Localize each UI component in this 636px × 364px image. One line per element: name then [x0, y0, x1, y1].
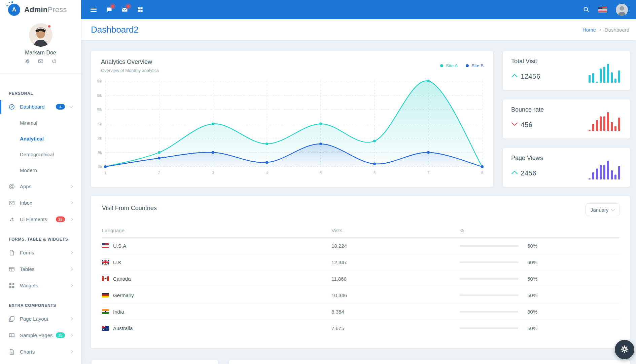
svg-text:15k: 15k: [97, 122, 102, 126]
user-avatar[interactable]: [616, 4, 628, 16]
gear-icon: [620, 345, 629, 355]
stat-card-bounce-rate: Bounce rate456: [503, 99, 630, 138]
sidebar-subitem-demographical[interactable]: Demographical: [0, 147, 81, 162]
us-flag-icon: [102, 243, 109, 248]
stat-value: 2456: [521, 169, 536, 177]
sidebar-section-label: FORMS, TABLE & WIDGETS: [0, 228, 81, 244]
speedometer-icon: [9, 104, 15, 110]
legend-item-site-b[interactable]: Site B: [466, 63, 484, 68]
sidebar-item-ui-elements[interactable]: Ui Elements25: [0, 211, 81, 228]
user-name: Markarn Doe: [0, 50, 81, 56]
table-row-usa: U.S.A18,22450%: [102, 238, 620, 254]
svg-text:20k: 20k: [97, 108, 102, 112]
gear-icon[interactable]: [25, 58, 30, 64]
profile-block: Markarn Doe: [0, 19, 81, 69]
legend-dot-icon: [466, 64, 469, 67]
progress-track: [460, 294, 519, 296]
svg-text:8: 8: [481, 171, 483, 175]
breadcrumb-home-link[interactable]: Home: [582, 27, 596, 33]
breadcrumb-current: Dashboard: [605, 27, 629, 33]
analytics-title: Analytics Overview: [101, 58, 152, 66]
trend-down-icon: [511, 122, 518, 128]
country-cell: U.K: [102, 259, 331, 265]
progress-track: [460, 327, 519, 329]
power-icon[interactable]: [51, 58, 57, 64]
sidebar-item-inbox[interactable]: Inbox: [0, 195, 81, 211]
sidebar-item-label: Apps: [20, 184, 31, 189]
table-row-india: India8,35480%: [102, 304, 620, 320]
mail-icon[interactable]: [121, 6, 128, 13]
brand-logo[interactable]: A AdminPress: [0, 0, 81, 19]
analytics-subtitle: Overview of Monthly analytics: [101, 68, 159, 73]
percent-label: 80%: [527, 309, 537, 315]
country-cell: Australia: [102, 325, 331, 331]
chevron-down-icon: [70, 105, 73, 108]
month-select[interactable]: January: [586, 203, 620, 216]
sidebar-subitem-minimal[interactable]: Minimal: [0, 115, 81, 131]
percent-cell: 60%: [460, 259, 620, 265]
country-name: U.K: [113, 259, 121, 265]
sidebar-item-widgets[interactable]: Widgets: [0, 277, 81, 294]
breadcrumb-separator: ›: [599, 26, 601, 33]
file-icon: [9, 250, 15, 256]
ca-flag-icon: [102, 276, 109, 281]
envelope-icon: [9, 200, 15, 206]
sidebar-item-page-layout[interactable]: Page Layout: [0, 311, 81, 327]
sidebar-item-sample-pages[interactable]: Sample Pages25: [0, 327, 81, 343]
breadcrumb: Home › Dashboard: [582, 26, 629, 33]
uk-flag-icon: [102, 260, 109, 265]
sidebar-subitem-modern[interactable]: Modern: [0, 162, 81, 178]
sidebar-subitem-analytical[interactable]: Analytical: [0, 131, 81, 147]
sidebar: A AdminPress Markarn Doe PERSONALDashboa…: [0, 0, 81, 364]
apps-grid-icon[interactable]: [137, 6, 143, 13]
stat-sparkline-bars: [588, 63, 622, 85]
sidebar-item-charts[interactable]: Charts: [0, 343, 81, 360]
sidebar-section-label: PERSONAL: [0, 74, 81, 98]
sidebar-item-label: Tables: [20, 266, 34, 272]
percent-cell: 50%: [460, 292, 620, 298]
percent-cell: 80%: [460, 309, 620, 315]
us-flag-icon[interactable]: [598, 7, 607, 12]
sidebar-item-label: Widgets: [20, 283, 38, 288]
sidebar-item-tables[interactable]: Tables: [0, 261, 81, 277]
sidebar-nav: PERSONALDashboard4MinimalAnalyticalDemog…: [0, 73, 81, 364]
svg-text:1: 1: [104, 171, 106, 175]
sidebar-item-icons[interactable]: Icons: [0, 360, 81, 364]
sidebar-badge: 25: [56, 216, 65, 222]
stat-sparkline-bars: [588, 111, 622, 133]
settings-fab-button[interactable]: [615, 340, 634, 359]
country-cell: India: [102, 309, 331, 315]
stat-card-page-views: Page Views2456: [503, 148, 630, 187]
visits-cell: 12,347: [331, 259, 460, 265]
legend-item-site-a[interactable]: Site A: [440, 63, 458, 68]
brand-name: AdminPress: [24, 5, 67, 14]
sidebar-item-apps[interactable]: Apps: [0, 178, 81, 195]
country-name: India: [113, 309, 124, 315]
progress-track: [460, 278, 519, 280]
progress-track: [460, 311, 519, 313]
svg-text:3: 3: [212, 171, 214, 175]
visits-cell: 10,346: [331, 292, 460, 298]
legend-label: Site B: [471, 63, 484, 68]
table-header-row: LanguageVists%: [102, 224, 620, 238]
svg-text:30k: 30k: [97, 79, 102, 83]
profile-actions: [0, 58, 81, 64]
sidebar-section-label: EXTRA COMPONENTS: [0, 294, 81, 311]
sidebar-item-dashboard[interactable]: Dashboard4: [0, 98, 81, 115]
chat-icon[interactable]: [106, 6, 112, 13]
book-icon: [9, 332, 15, 338]
brand-name-light: Press: [47, 5, 67, 14]
stat-card-total-visit: Total Visit12456: [503, 51, 630, 90]
column-header-: %: [460, 228, 620, 233]
menu-icon[interactable]: [90, 6, 97, 13]
layers-icon: [9, 316, 15, 322]
table-row-canada: Canada11,86850%: [102, 271, 620, 287]
sidebar-item-forms[interactable]: Forms: [0, 244, 81, 261]
profile-avatar[interactable]: [29, 23, 52, 47]
country-name: Germany: [113, 292, 134, 298]
table-icon: [9, 266, 15, 272]
mail-icon[interactable]: [38, 58, 43, 64]
sidebar-item-label: Ui Elements: [20, 216, 47, 222]
search-icon[interactable]: [583, 6, 590, 13]
percent-label: 50%: [527, 243, 537, 249]
